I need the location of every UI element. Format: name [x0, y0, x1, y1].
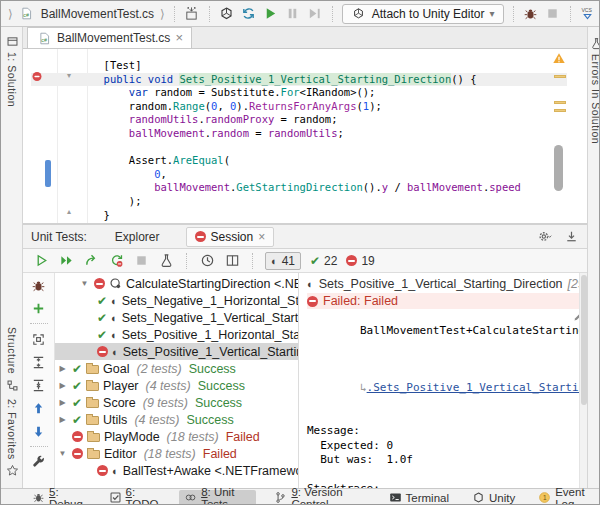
fold-marker-icon[interactable]: ▾	[67, 71, 71, 80]
attach-to-unity-dropdown[interactable]: Attach to Unity Editor ▾	[342, 4, 504, 24]
breadcrumb[interactable]: BallMovementTest.cs	[41, 7, 154, 21]
statusbar-item-label: Unity	[489, 492, 515, 504]
failed-icon	[94, 278, 105, 289]
hide-panel-icon[interactable]	[563, 229, 579, 245]
tool-button-structure[interactable]: Structure	[4, 327, 20, 393]
statusbar-item-debug[interactable]: 5: Debug	[27, 490, 91, 505]
stop-button[interactable]	[545, 6, 561, 22]
stop-tests-button[interactable]	[133, 253, 149, 269]
refresh-icon[interactable]	[241, 6, 257, 22]
install-package-icon[interactable]	[184, 6, 200, 22]
rerun-failed-tests-button[interactable]	[108, 253, 124, 269]
fold-marker-icon[interactable]: ▴	[67, 207, 71, 216]
unit-tests-toolbar: ◐ 41 ✔ 22 19	[23, 249, 587, 273]
solution-icon	[4, 33, 20, 49]
test-tree-row[interactable]: ▶✔Utils(4 tests)Success	[55, 411, 298, 428]
test-tree-row[interactable]: ✔◐Sets_Negative_1_Horizontal_Star	[55, 292, 298, 309]
test-tree-row[interactable]: ✔◐Sets_Positive_1_Horizontal_Starti	[55, 326, 298, 343]
actual-value: But was: 1.0f	[307, 453, 587, 467]
message-label: Message:	[307, 424, 587, 438]
run-all-tests-button[interactable]	[58, 253, 74, 269]
close-icon[interactable]: ×	[258, 230, 265, 244]
expected-value: Expected: 0	[307, 439, 587, 453]
tab-explorer[interactable]: Explorer	[109, 227, 166, 247]
chevron-right-icon[interactable]: ▶	[57, 415, 68, 424]
vcs-update-button[interactable]: VCS	[580, 6, 596, 22]
test-tree-row[interactable]: ▶✔Player(4 tests)Success	[55, 377, 298, 394]
editor-tab-bar: c# BallMovementTest.cs ×	[23, 27, 587, 49]
pause-button[interactable]	[285, 6, 301, 22]
editor-scrollbar[interactable]	[554, 145, 563, 191]
statusbar-item-todo[interactable]: 6: TODO	[104, 490, 167, 505]
chevron-down-icon[interactable]: ▼	[79, 279, 90, 288]
run-test-button[interactable]	[33, 253, 49, 269]
settings-wrench-icon[interactable]	[31, 454, 47, 470]
statusbar-item-unity[interactable]: Unity	[467, 490, 520, 505]
test-tree-row[interactable]: ▶✔Goal(2 tests)Success	[55, 360, 298, 377]
statusbar-item-terminal[interactable]: Terminal	[384, 490, 454, 505]
counter-failed[interactable]: 19	[346, 254, 374, 268]
tab-session[interactable]: Session ×	[186, 227, 275, 247]
tool-button-errors-in-solution[interactable]: Errors In Solution	[588, 35, 600, 144]
test-method-link[interactable]: .Sets_Positive_1_Vertical_Starting_Direc…	[367, 381, 587, 394]
test-node-label: Sets_Negative_1_Vertical_Starting	[122, 311, 298, 325]
counter-total[interactable]: ◐ 41	[265, 252, 301, 270]
chevron-right-icon[interactable]: ▶	[57, 398, 68, 407]
repeat-run-button[interactable]	[83, 253, 99, 269]
chevron-down-icon: ▾	[489, 8, 494, 19]
chevron-right-icon[interactable]: ▶	[57, 364, 68, 373]
tool-button-favorites[interactable]: 2: Favorites	[4, 399, 20, 479]
test-tree-row[interactable]: ◐Sets_Positive_1_Vertical_Starting	[55, 343, 298, 360]
add-session-button[interactable]	[31, 300, 47, 316]
failed-count: 19	[361, 254, 374, 268]
gear-icon[interactable]	[537, 229, 553, 245]
collapse-all-icon[interactable]	[31, 377, 47, 393]
test-tree-row[interactable]: PlayMode(18 tests)Failed	[55, 428, 298, 445]
statusbar-item-event-log[interactable]: 1Event Log	[533, 490, 600, 505]
debug-button[interactable]	[523, 6, 539, 22]
test-icon: ◐	[112, 346, 119, 358]
success-icon: ✔	[97, 294, 107, 308]
chevron-down-icon[interactable]: ▼	[57, 449, 68, 458]
test-tree-row[interactable]: ◐BallTest+Awake <.NETFramework-v	[55, 462, 298, 479]
next-failed-test-button[interactable]	[31, 423, 47, 439]
warning-stripe-mark[interactable]	[554, 75, 566, 78]
csharp-file-icon: c#	[36, 30, 52, 46]
code-editor[interactable]: [Test] public void Sets_Positive_1_Verti…	[23, 49, 587, 223]
debug-tests-button[interactable]	[31, 277, 47, 293]
unity-attach-icon[interactable]	[219, 6, 235, 22]
toggle-output-layout-icon[interactable]	[224, 253, 240, 269]
run-button[interactable]	[263, 6, 279, 22]
folder-icon	[87, 450, 100, 459]
tab-ballmovementtest[interactable]: c# BallMovementTest.cs ×	[27, 27, 192, 48]
previous-failed-test-button[interactable]	[31, 400, 47, 416]
step-button[interactable]	[307, 6, 323, 22]
terminal-icon	[389, 491, 402, 504]
new-session-icon[interactable]	[158, 253, 174, 269]
test-count: (4 tests)	[146, 379, 191, 393]
folder-icon	[86, 382, 99, 391]
warning-icon[interactable]	[552, 51, 566, 65]
event-icon: 1	[538, 491, 551, 504]
test-tree-row[interactable]: ▼CalculateStartingDirection <.NETFra	[55, 275, 298, 292]
test-tree-row[interactable]: ▼Editor(18 tests)Failed	[55, 445, 298, 462]
failed-icon	[97, 346, 108, 357]
warning-stripe-mark[interactable]	[554, 109, 566, 112]
statusbar-item-unit-tests[interactable]: 8: Unit Tests	[179, 490, 256, 505]
test-duration-icon[interactable]	[199, 253, 215, 269]
statusbar-item-version-control[interactable]: 9: Version Control	[269, 490, 370, 505]
failed-icon	[195, 231, 206, 242]
test-tree-row[interactable]: ✔◐Sets_Negative_1_Vertical_Starting	[55, 309, 298, 326]
test-tree-row[interactable]: ▶✔Score(9 tests)Success	[55, 394, 298, 411]
chevron-right-icon[interactable]: ▶	[57, 381, 68, 390]
expand-all-icon[interactable]	[31, 354, 47, 370]
tool-button-solution[interactable]: 1: Solution	[4, 33, 20, 107]
output-scrollbar[interactable]	[579, 273, 587, 488]
failed-test-gutter-icon[interactable]	[31, 70, 43, 82]
success-icon: ✔	[72, 396, 82, 410]
warning-stripe-mark[interactable]	[554, 101, 566, 104]
close-icon[interactable]: ×	[175, 33, 183, 43]
track-running-test-icon[interactable]	[31, 331, 47, 347]
class-icon	[109, 277, 122, 290]
counter-passed[interactable]: ✔ 22	[310, 254, 337, 268]
